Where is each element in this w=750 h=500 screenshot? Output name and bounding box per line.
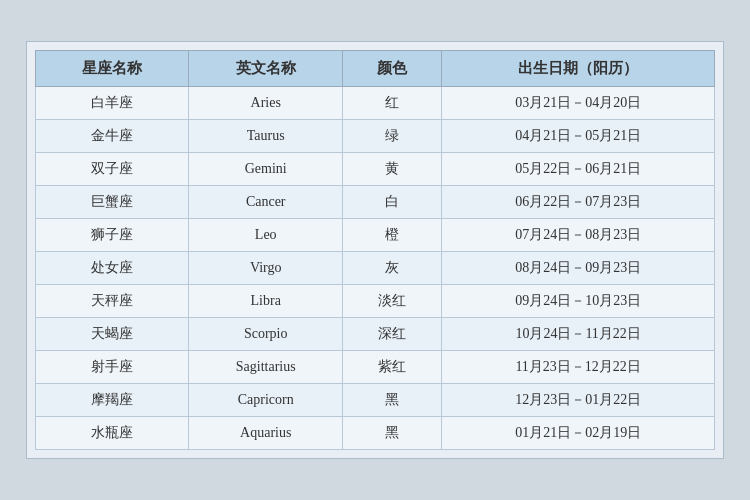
table-row: 金牛座Taurus绿04月21日－05月21日 [36,120,715,153]
table-row: 天秤座Libra淡红09月24日－10月23日 [36,285,715,318]
table-row: 狮子座Leo橙07月24日－08月23日 [36,219,715,252]
table-cell: 01月21日－02月19日 [442,417,715,450]
table-cell: 天秤座 [36,285,189,318]
table-cell: 处女座 [36,252,189,285]
table-cell: Cancer [189,186,342,219]
table-cell: Gemini [189,153,342,186]
table-cell: 10月24日－11月22日 [442,318,715,351]
table-header-cell: 出生日期（阳历） [442,51,715,87]
table-row: 处女座Virgo灰08月24日－09月23日 [36,252,715,285]
table-cell: Capricorn [189,384,342,417]
table-cell: Virgo [189,252,342,285]
table-cell: 09月24日－10月23日 [442,285,715,318]
table-cell: Aries [189,87,342,120]
table-cell: Taurus [189,120,342,153]
table-cell: 04月21日－05月21日 [442,120,715,153]
table-row: 双子座Gemini黄05月22日－06月21日 [36,153,715,186]
table-row: 白羊座Aries红03月21日－04月20日 [36,87,715,120]
table-cell: 灰 [342,252,441,285]
table-cell: 黑 [342,384,441,417]
table-cell: Scorpio [189,318,342,351]
table-header-cell: 星座名称 [36,51,189,87]
table-cell: 狮子座 [36,219,189,252]
table-cell: 天蝎座 [36,318,189,351]
table-cell: 07月24日－08月23日 [442,219,715,252]
table-cell: 12月23日－01月22日 [442,384,715,417]
zodiac-table-container: 星座名称英文名称颜色出生日期（阳历） 白羊座Aries红03月21日－04月20… [26,41,724,459]
table-cell: 白 [342,186,441,219]
table-cell: 金牛座 [36,120,189,153]
table-cell: Aquarius [189,417,342,450]
table-cell: 03月21日－04月20日 [442,87,715,120]
table-row: 射手座Sagittarius紫红11月23日－12月22日 [36,351,715,384]
table-cell: Sagittarius [189,351,342,384]
table-header-row: 星座名称英文名称颜色出生日期（阳历） [36,51,715,87]
table-header-cell: 颜色 [342,51,441,87]
table-cell: 巨蟹座 [36,186,189,219]
table-row: 水瓶座Aquarius黑01月21日－02月19日 [36,417,715,450]
zodiac-table: 星座名称英文名称颜色出生日期（阳历） 白羊座Aries红03月21日－04月20… [35,50,715,450]
table-cell: 射手座 [36,351,189,384]
table-cell: 黄 [342,153,441,186]
table-cell: 05月22日－06月21日 [442,153,715,186]
table-cell: 11月23日－12月22日 [442,351,715,384]
table-row: 天蝎座Scorpio深红10月24日－11月22日 [36,318,715,351]
table-row: 巨蟹座Cancer白06月22日－07月23日 [36,186,715,219]
table-cell: 黑 [342,417,441,450]
table-cell: 水瓶座 [36,417,189,450]
table-cell: 双子座 [36,153,189,186]
table-row: 摩羯座Capricorn黑12月23日－01月22日 [36,384,715,417]
table-cell: Leo [189,219,342,252]
table-cell: 白羊座 [36,87,189,120]
table-header-cell: 英文名称 [189,51,342,87]
table-cell: 紫红 [342,351,441,384]
table-cell: Libra [189,285,342,318]
table-cell: 06月22日－07月23日 [442,186,715,219]
table-cell: 红 [342,87,441,120]
table-body: 白羊座Aries红03月21日－04月20日金牛座Taurus绿04月21日－0… [36,87,715,450]
table-cell: 08月24日－09月23日 [442,252,715,285]
table-cell: 绿 [342,120,441,153]
table-cell: 摩羯座 [36,384,189,417]
table-cell: 橙 [342,219,441,252]
table-cell: 淡红 [342,285,441,318]
table-cell: 深红 [342,318,441,351]
